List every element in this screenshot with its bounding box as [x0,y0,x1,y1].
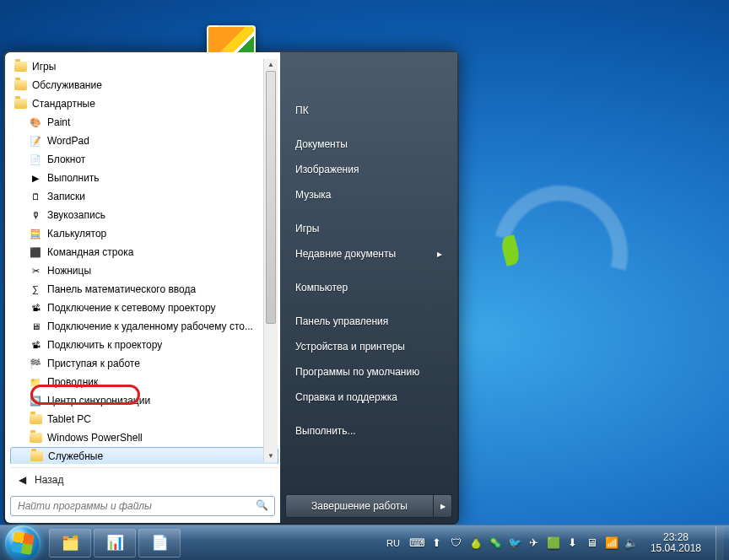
program-item[interactable]: Обслуживание [10,76,278,94]
clock-date: 15.04.2018 [651,543,701,554]
right-panel-item[interactable]: Справка и поддержка [285,385,452,410]
right-panel-item[interactable]: Компьютер [285,275,452,300]
program-item[interactable]: 📽Подключить к проектору [10,336,278,354]
start-left-panel: ИгрыОбслуживаниеСтандартные🎨Paint📝WordPa… [5,52,280,523]
right-panel-label: Справка и поддержка [295,391,397,403]
right-panel-item[interactable]: ПК [285,98,452,123]
shutdown-button[interactable]: Завершение работы [285,494,434,518]
clock[interactable]: 23:28 15.04.2018 [651,532,701,554]
right-panel-label: Музыка [295,189,331,201]
program-label: Калькулятор [47,228,106,240]
program-item[interactable]: 🔄Центр синхронизации [10,391,278,410]
program-label: Проводник [47,376,98,388]
program-item[interactable]: 📁Проводник [10,373,278,391]
proj-icon: 📽 [29,338,42,352]
program-item[interactable]: 🗒Записки [10,187,278,206]
calc-icon: 🧮 [29,227,42,240]
program-label: Командная строка [47,246,133,258]
program-item[interactable]: ✂Ножницы [10,261,278,280]
pinned-apps: 🗂️📊📄 [49,529,183,557]
right-panel-label: ПК [295,105,309,116]
program-item[interactable]: 📝WordPad [10,132,278,150]
program-label: Блокнот [47,153,85,165]
tray-icon[interactable]: 🐦 [508,536,521,550]
program-item[interactable]: ∑Панель математического ввода [10,280,278,299]
right-panel-item[interactable]: Устройства и принтеры [285,334,452,359]
program-item[interactable]: Tablet PC [10,410,278,428]
right-panel-item[interactable]: Программы по умолчанию [285,359,452,385]
back-arrow-icon: ◀ [19,474,26,486]
right-panel-item[interactable]: Выполнить... [285,418,452,444]
program-label: Игры [32,61,56,73]
tray-icon[interactable]: 🟩 [547,536,560,550]
right-panel-label: Устройства и принтеры [295,341,405,353]
scroll-up-icon[interactable]: ▲ [264,59,278,71]
run-icon: ▶ [29,171,42,185]
right-panel-item[interactable]: Изображения [285,157,452,182]
system-tray: RU ⌨⬆🛡🍐🦠🐦✈🟩⬇🖥📶🔈 23:28 15.04.2018 [386,526,724,560]
program-item[interactable]: 🎨Paint [10,113,278,132]
taskbar-app-word[interactable]: 📄 [138,529,181,557]
program-item[interactable]: 🖥Подключение к удаленному рабочему сто..… [10,317,278,336]
tray-icon[interactable]: 🔈 [624,536,638,550]
language-indicator[interactable]: RU [386,538,400,548]
netproj-icon: 📽 [29,301,42,315]
folder-icon [14,78,27,92]
sync-icon: 🔄 [29,394,42,407]
program-item[interactable]: Windows PowerShell [10,428,278,447]
rec-icon: 🎙 [29,208,42,222]
right-panel-item[interactable]: Игры [285,216,452,241]
program-item[interactable]: 📽Подключение к сетевому проектору [10,299,278,317]
show-desktop-button[interactable] [716,526,724,560]
program-label: Подключить к проектору [47,339,162,351]
right-panel-label: Панель управления [295,315,388,327]
right-panel-label: Компьютер [295,282,348,293]
tray-icon[interactable]: 🛡 [450,536,463,550]
right-panel-item[interactable]: Недавние документы▸ [285,241,452,267]
tray-icon[interactable]: 📶 [605,536,618,550]
program-item[interactable]: 📄Блокнот [10,150,278,169]
taskbar-app-excel[interactable]: 📊 [94,529,136,557]
all-programs-list[interactable]: ИгрыОбслуживаниеСтандартные🎨Paint📝WordPa… [10,57,278,464]
scroll-down-icon[interactable]: ▼ [264,450,278,462]
tray-icon[interactable]: 🍐 [469,536,483,550]
cmd-icon: ⬛ [29,245,42,259]
right-panel-item[interactable]: Музыка [285,182,452,207]
program-item[interactable]: 🧮Калькулятор [10,224,278,243]
program-item[interactable]: ⬛Командная строка [10,243,278,261]
program-item[interactable]: ▶Выполнить [10,169,278,187]
paint-icon: 🎨 [29,116,42,129]
scroll-thumb[interactable] [266,71,276,324]
program-item[interactable]: Служебные [10,447,278,464]
program-label: Подключение к сетевому проектору [47,302,215,314]
tray-icon[interactable]: 🖥 [586,536,599,550]
desktop: ИгрыОбслуживаниеСтандартные🎨Paint📝WordPa… [0,0,729,560]
right-panel-item[interactable]: Документы [285,132,452,157]
submenu-arrow-icon: ▸ [437,248,442,260]
tray-icon[interactable]: ⌨ [411,536,424,550]
right-panel-label: Изображения [295,164,359,175]
program-item[interactable]: 🏁Приступая к работе [10,354,278,373]
tray-icon[interactable]: ✈ [527,536,541,550]
back-button[interactable]: ◀ Назад [10,467,278,491]
program-item[interactable]: Стандартные [10,94,278,113]
start-button[interactable] [5,525,40,561]
taskbar-app-explorer[interactable]: 🗂️ [49,529,91,557]
notepad-icon: 📄 [29,153,42,166]
scrollbar[interactable]: ▲ ▼ [263,59,278,462]
shutdown-options-button[interactable]: ▶ [434,494,452,518]
right-panel-label: Программы по умолчанию [295,366,419,378]
tray-icon[interactable]: ⬇ [566,536,580,550]
wordpad-icon: 📝 [29,134,42,148]
rdp-icon: 🖥 [29,320,42,333]
math-icon: ∑ [29,283,42,296]
tray-icon[interactable]: ⬆ [430,536,444,550]
program-label: Служебные [48,450,103,462]
right-panel-label: Недавние документы [295,248,396,260]
search-input[interactable] [10,496,275,516]
getstart-icon: 🏁 [29,357,42,370]
program-item[interactable]: 🎙Звукозапись [10,206,278,224]
right-panel-item[interactable]: Панель управления [285,309,452,334]
tray-icon[interactable]: 🦠 [489,536,502,550]
program-item[interactable]: Игры [10,57,278,76]
